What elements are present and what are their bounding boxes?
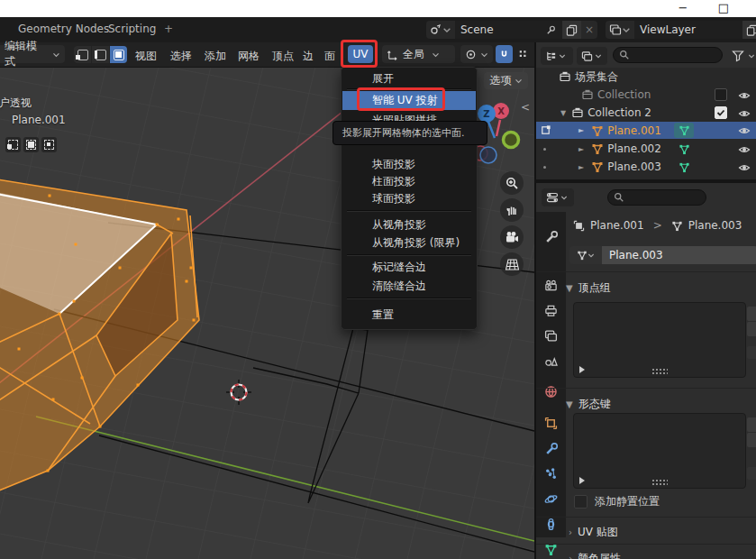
snap-toggle-button[interactable] <box>496 45 513 63</box>
vertex-group-specials-button[interactable] <box>747 346 756 359</box>
scene-type-icon[interactable] <box>426 21 455 39</box>
face-select-button[interactable] <box>110 46 127 63</box>
list-resize-grip[interactable] <box>651 368 668 374</box>
outliner-filter-button[interactable] <box>732 49 755 62</box>
delete-scene-button[interactable]: × <box>581 21 597 39</box>
expand-arrow[interactable]: ► <box>578 163 584 171</box>
breadcrumb-object[interactable]: Plane.001 <box>590 219 644 232</box>
collection-exclude-checkbox[interactable] <box>715 88 727 101</box>
breadcrumb-mesh[interactable]: Plane.003 <box>688 219 742 232</box>
menu-view[interactable]: 视图 <box>135 49 157 64</box>
list-expand-icon[interactable] <box>579 477 585 484</box>
new-viewlayer-button[interactable] <box>742 21 756 39</box>
pivot-dropdown[interactable] <box>460 45 493 63</box>
list-resize-grip[interactable] <box>651 479 668 485</box>
mesh-name-icon-dropdown[interactable] <box>569 246 602 264</box>
viewlayer-type-icon[interactable] <box>606 21 634 39</box>
vertex-group-add-button[interactable] <box>747 307 756 321</box>
row-collection[interactable]: Collection <box>536 86 756 104</box>
row-plane-003[interactable]: ► Plane.003 <box>536 158 756 176</box>
workspace-tab-geometry-nodes[interactable]: Geometry Nodes <box>18 23 109 35</box>
tab-view-layer[interactable] <box>536 324 566 347</box>
properties-editor-type-dropdown[interactable] <box>542 188 574 206</box>
uv-maps-panel-header[interactable]: ›UV 贴图 <box>569 525 618 540</box>
shape-keys-list[interactable] <box>573 413 746 489</box>
expand-arrow[interactable]: ► <box>578 145 584 153</box>
menu-item-unwrap[interactable]: 展开 <box>342 70 476 87</box>
perspective-toggle-button[interactable] <box>500 252 524 276</box>
vertex-group-remove-button[interactable] <box>747 322 756 336</box>
proportional-editing-button[interactable] <box>515 45 532 63</box>
shape-key-add-button[interactable] <box>747 417 756 432</box>
new-scene-button[interactable] <box>562 21 581 39</box>
menu-item-smart-uv-project[interactable]: 智能 UV 投射 <box>342 91 476 110</box>
row-collection-2[interactable]: ▼ Collection 2 <box>536 104 756 122</box>
color-attributes-panel-header[interactable]: ›颜色属性 <box>569 551 621 559</box>
vertex-select-button[interactable] <box>74 46 91 63</box>
menu-mesh[interactable]: 网格 <box>238 49 260 64</box>
shape-key-specials-button[interactable] <box>747 467 756 480</box>
mesh-data-badge[interactable] <box>679 142 690 155</box>
mode-dropdown[interactable]: 编辑模式 <box>0 45 65 63</box>
menu-face[interactable]: 面 <box>324 49 335 64</box>
select-mode-new-button[interactable] <box>5 137 21 152</box>
collection-2-exclude-checkbox[interactable] <box>715 106 727 119</box>
row-plane-001[interactable]: ► Plane.001 <box>536 122 756 139</box>
tab-particles[interactable] <box>536 462 566 485</box>
eye-icon[interactable] <box>738 88 751 102</box>
minimize-button[interactable]: − <box>671 0 695 17</box>
mesh-data-badge[interactable] <box>674 123 694 138</box>
menu-vertex[interactable]: 顶点 <box>272 49 294 64</box>
mesh-data-badge[interactable] <box>679 160 690 173</box>
expand-arrow[interactable]: ► <box>578 126 584 134</box>
menu-item-cylinder-projection[interactable]: 柱面投影 <box>342 173 476 190</box>
menu-item-project-from-view-bounds[interactable]: 从视角投影 (限界) <box>342 234 476 252</box>
outliner-search-input[interactable] <box>613 47 723 63</box>
vertex-groups-panel-header[interactable]: ▼顶点组 <box>566 280 611 296</box>
menu-uv[interactable]: UV <box>348 45 373 63</box>
menu-edge[interactable]: 边 <box>303 49 314 64</box>
menu-item-reset[interactable]: 重置 <box>342 307 476 324</box>
tab-constraints[interactable] <box>536 512 566 536</box>
shape-keys-panel-header[interactable]: ▼形态键 <box>566 397 611 412</box>
properties-search-input[interactable] <box>607 189 706 206</box>
row-plane-002[interactable]: ► Plane.002 <box>536 140 756 158</box>
select-mode-extend-button[interactable] <box>23 137 39 152</box>
maximize-button[interactable]: □ <box>712 0 735 17</box>
outliner-filter-type-dropdown[interactable] <box>577 47 607 65</box>
tab-tool[interactable] <box>536 225 566 248</box>
shape-key-remove-button[interactable] <box>747 433 756 447</box>
tab-scene[interactable] <box>536 349 566 372</box>
add-workspace-button[interactable]: + <box>164 23 173 35</box>
eye-icon[interactable] <box>738 106 751 120</box>
eye-icon[interactable] <box>738 124 751 137</box>
pin-icon[interactable] <box>545 24 557 36</box>
menu-item-project-from-view[interactable]: 从视角投影 <box>342 216 476 234</box>
tab-object[interactable] <box>536 411 566 435</box>
tab-render[interactable] <box>536 273 566 297</box>
options-dropdown[interactable]: 选项 <box>484 72 528 89</box>
list-expand-icon[interactable] <box>579 366 585 373</box>
mesh-name-input[interactable]: Plane.003 <box>602 246 756 264</box>
pan-hand-button[interactable] <box>500 198 524 222</box>
menu-item-mark-seam[interactable]: 标记缝合边 <box>342 259 476 276</box>
tab-object-data[interactable] <box>536 537 566 559</box>
outliner-display-mode-dropdown[interactable] <box>541 47 573 65</box>
viewlayer-name-field[interactable]: ViewLayer <box>634 21 742 39</box>
menu-item-cube-projection[interactable]: 块面投影 <box>342 156 476 173</box>
camera-view-button[interactable] <box>500 225 524 249</box>
scene-name-field[interactable]: Scene <box>455 21 562 39</box>
eye-icon[interactable] <box>738 160 751 174</box>
disclosure-triangle-open[interactable]: ▼ <box>560 109 566 117</box>
orientation-dropdown[interactable]: 全局 <box>382 45 455 63</box>
viewlayer-selector[interactable]: ViewLayer <box>606 21 756 39</box>
zoom-button[interactable] <box>500 171 524 195</box>
select-mode-subtract-button[interactable] <box>41 137 57 152</box>
rest-position-checkbox[interactable] <box>574 495 587 509</box>
edge-select-button[interactable] <box>92 46 109 63</box>
tab-modifiers[interactable] <box>536 436 566 460</box>
scene-selector[interactable]: Scene × <box>426 21 597 39</box>
workspace-tab-scripting[interactable]: Scripting <box>108 23 156 35</box>
tab-output[interactable] <box>536 298 566 322</box>
vertex-groups-list[interactable] <box>573 302 746 378</box>
